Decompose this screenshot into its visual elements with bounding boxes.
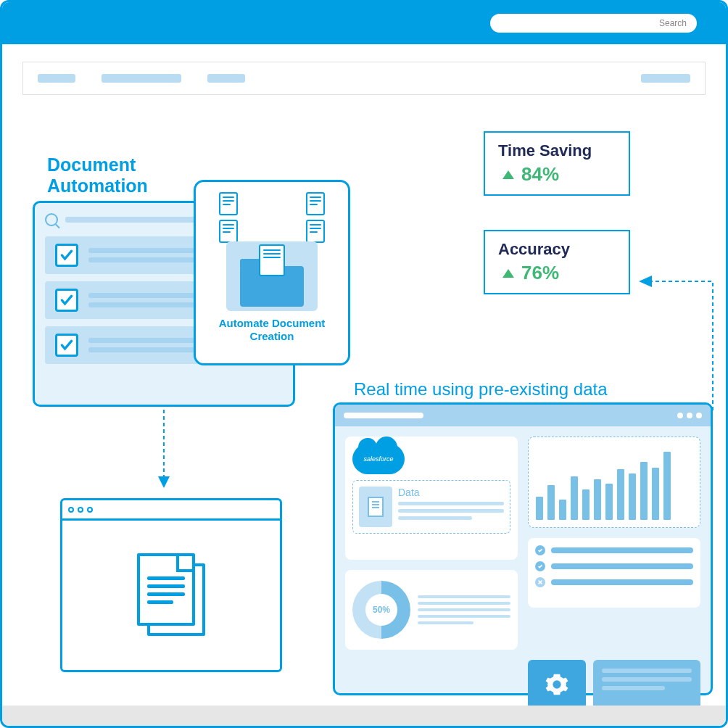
nav-item[interactable] bbox=[102, 74, 181, 83]
search-input[interactable]: Search bbox=[490, 14, 697, 33]
bar bbox=[582, 489, 590, 520]
footer-bar bbox=[2, 706, 726, 726]
triangle-up-icon bbox=[502, 269, 514, 278]
triangle-up-icon bbox=[502, 170, 514, 179]
bar bbox=[640, 462, 648, 520]
salesforce-card: salesforce Data bbox=[345, 437, 518, 560]
file-window bbox=[60, 498, 282, 672]
automate-doc-label: Automate Document Creation bbox=[203, 317, 341, 343]
arrow-path-icon bbox=[634, 274, 714, 412]
document-icon bbox=[306, 220, 325, 243]
bar bbox=[652, 468, 659, 520]
browser-frame: Search Document Automation bbox=[0, 0, 728, 728]
folder-icon bbox=[240, 266, 304, 307]
browser-header: Search bbox=[2, 2, 726, 44]
window-dot-icon bbox=[687, 413, 692, 418]
bar bbox=[571, 476, 578, 520]
checkbox-icon[interactable] bbox=[55, 244, 78, 267]
bar bbox=[559, 500, 566, 520]
document-icon bbox=[219, 220, 238, 243]
document-icon bbox=[219, 192, 238, 215]
automate-doc-card: Automate Document Creation bbox=[194, 180, 350, 365]
stat-title: Time Saving bbox=[498, 141, 616, 160]
mini-docs-group bbox=[219, 192, 325, 243]
document-output-icon bbox=[259, 244, 285, 276]
settings-card[interactable] bbox=[528, 660, 586, 709]
arrow-down-icon bbox=[157, 410, 171, 489]
lines-card bbox=[593, 660, 700, 709]
bar bbox=[547, 485, 555, 520]
document-icon bbox=[306, 192, 325, 215]
window-dot-icon bbox=[87, 507, 93, 513]
bar bbox=[629, 473, 636, 520]
check-circle-icon bbox=[535, 545, 545, 555]
stat-time-saving: Time Saving 84% bbox=[484, 131, 630, 196]
search-placeholder: Search bbox=[659, 18, 687, 28]
data-label: Data bbox=[398, 487, 504, 498]
data-document-icon bbox=[359, 487, 392, 527]
bar bbox=[594, 479, 601, 520]
documents-icon bbox=[137, 553, 205, 637]
folder-printer bbox=[226, 241, 318, 311]
document-automation-title: Document Automation bbox=[47, 154, 148, 197]
checklist-card bbox=[528, 538, 700, 608]
x-circle-icon bbox=[535, 577, 545, 587]
nav-item[interactable] bbox=[207, 74, 245, 83]
realtime-title: Real time using pre-existing data bbox=[354, 379, 608, 400]
bar bbox=[663, 452, 671, 520]
nav-item[interactable] bbox=[641, 74, 690, 83]
check-circle-icon bbox=[535, 561, 545, 571]
content-area: Document Automation bbox=[2, 95, 726, 726]
nav-bar bbox=[22, 62, 706, 95]
bar bbox=[617, 469, 624, 520]
gear-icon bbox=[545, 672, 569, 697]
bar bbox=[536, 497, 543, 520]
dashboard-header bbox=[335, 405, 711, 426]
checkbox-icon[interactable] bbox=[55, 289, 78, 312]
checkbox-icon[interactable] bbox=[55, 334, 78, 357]
search-icon bbox=[45, 213, 58, 226]
window-dot-icon bbox=[677, 413, 683, 418]
bar bbox=[605, 484, 613, 520]
window-dot-icon bbox=[78, 507, 83, 513]
nav-item[interactable] bbox=[38, 74, 75, 83]
window-dot-icon bbox=[696, 413, 702, 418]
donut-card: 50% bbox=[345, 570, 518, 650]
window-header bbox=[62, 500, 280, 521]
dashboard-panel: salesforce Data 50% bbox=[333, 402, 713, 695]
bar-chart bbox=[528, 437, 700, 528]
stat-title: Accuracy bbox=[498, 240, 616, 259]
stat-value: 76% bbox=[521, 262, 559, 284]
stat-accuracy: Accuracy 76% bbox=[484, 230, 630, 294]
placeholder-line bbox=[344, 413, 423, 418]
donut-chart-icon: 50% bbox=[352, 581, 410, 639]
stat-value: 84% bbox=[521, 163, 559, 186]
data-box: Data bbox=[352, 480, 510, 534]
window-dot-icon bbox=[68, 507, 74, 513]
salesforce-cloud-icon: salesforce bbox=[352, 444, 405, 474]
